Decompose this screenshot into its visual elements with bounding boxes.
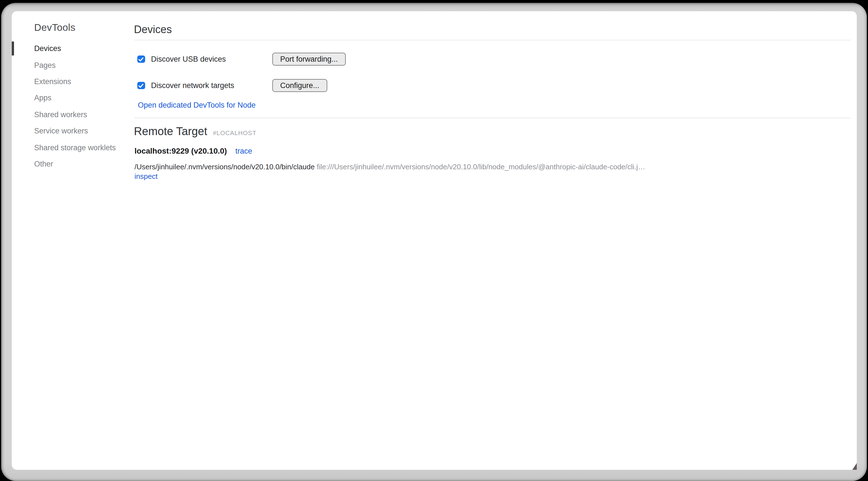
sidebar-item-service-workers[interactable]: Service workers: [12, 123, 134, 139]
discover-network-label-group[interactable]: Discover network targets: [134, 81, 272, 90]
configure-button[interactable]: Configure...: [272, 79, 327, 92]
screen: DevTools Devices Pages Extensions: [0, 0, 868, 481]
sidebar-item-label: Apps: [34, 94, 52, 102]
discover-usb-checkbox[interactable]: [137, 56, 145, 63]
sidebar: DevTools Devices Pages Extensions: [12, 11, 134, 470]
discover-network-row: Discover network targets Configure...: [134, 79, 850, 92]
macos-window: DevTools Devices Pages Extensions: [1, 3, 867, 481]
sidebar-item-shared-workers[interactable]: Shared workers: [12, 106, 134, 123]
sidebar-item-extensions[interactable]: Extensions: [12, 73, 134, 90]
sidebar-item-label: Extensions: [34, 78, 71, 86]
sidebar-item-label: Pages: [34, 61, 56, 69]
sidebar-item-label: Devices: [34, 44, 61, 53]
target-details: /Users/jinhuilee/.nvm/versions/node/v20.…: [134, 162, 850, 181]
sidebar-item-label: Shared storage worklets: [34, 143, 116, 152]
target-script-url: file:///Users/jinhuilee/.nvm/versions/no…: [317, 162, 645, 171]
check-icon: [139, 57, 144, 61]
discover-usb-label: Discover USB devices: [151, 55, 226, 63]
discover-usb-label-group[interactable]: Discover USB devices: [134, 55, 272, 63]
sidebar-item-apps[interactable]: Apps: [12, 90, 134, 106]
page-title: Devices: [134, 23, 850, 36]
sidebar-item-devices[interactable]: Devices: [12, 40, 134, 57]
devtools-title: DevTools: [34, 22, 134, 34]
check-icon: [139, 83, 144, 88]
chrome-inspect-page: DevTools Devices Pages Extensions: [12, 11, 857, 470]
sidebar-item-other[interactable]: Other: [12, 156, 134, 172]
divider: [134, 118, 850, 118]
target-process-path: /Users/jinhuilee/.nvm/versions/node/v20.…: [134, 162, 315, 171]
inspect-link[interactable]: inspect: [134, 172, 157, 180]
target-actions: inspect: [134, 172, 850, 181]
sidebar-item-pages[interactable]: Pages: [12, 57, 134, 73]
selection-indicator: [12, 41, 14, 56]
discover-usb-row: Discover USB devices Port forwarding...: [134, 53, 850, 66]
sidebar-nav: Devices Pages Extensions Apps: [12, 40, 134, 172]
divider: [134, 40, 850, 40]
trace-link[interactable]: trace: [235, 147, 252, 155]
localhost-tag: #LOCALHOST: [213, 129, 257, 136]
remote-target-header: Remote Target #LOCALHOST: [134, 124, 850, 138]
sidebar-item-label: Service workers: [34, 127, 88, 135]
target-name: localhost:9229 (v20.10.0): [134, 146, 227, 155]
sidebar-item-label: Shared workers: [34, 111, 87, 119]
discover-network-checkbox[interactable]: [137, 82, 145, 89]
remote-target-heading: Remote Target: [134, 124, 207, 138]
open-node-devtools-link[interactable]: Open dedicated DevTools for Node: [138, 101, 255, 110]
target-name-row: localhost:9229 (v20.10.0) trace: [134, 146, 850, 155]
discover-network-label: Discover network targets: [151, 81, 234, 90]
sidebar-item-shared-storage-worklets[interactable]: Shared storage worklets: [12, 139, 134, 156]
devices-panel: Devices Discover USB devices Port forwar…: [134, 11, 850, 470]
sidebar-item-label: Other: [34, 160, 53, 168]
resize-corner: [852, 463, 857, 470]
port-forwarding-button[interactable]: Port forwarding...: [272, 53, 346, 66]
